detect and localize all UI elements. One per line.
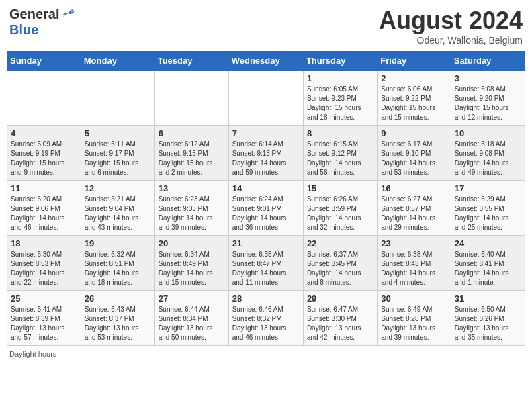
- day-number: 24: [455, 238, 521, 248]
- logo-general-text: General: [9, 7, 59, 22]
- day-number: 21: [232, 238, 300, 248]
- day-info: Sunrise: 6:29 AM Sunset: 8:55 PM Dayligh…: [455, 195, 521, 232]
- day-number: 26: [85, 293, 151, 304]
- day-info: Sunrise: 6:09 AM Sunset: 9:19 PM Dayligh…: [11, 140, 77, 177]
- day-number: 13: [159, 183, 225, 193]
- calendar-cell: 16Sunrise: 6:27 AM Sunset: 8:57 PM Dayli…: [378, 181, 451, 236]
- calendar-cell: 27Sunrise: 6:44 AM Sunset: 8:34 PM Dayli…: [154, 291, 228, 346]
- logo-bird-icon: [60, 7, 75, 22]
- header: General Blue August 2024 Odeur, Wallonia…: [7, 7, 525, 46]
- calendar-cell: 7Sunrise: 6:14 AM Sunset: 9:13 PM Daylig…: [228, 126, 303, 181]
- day-info: Sunrise: 6:17 AM Sunset: 9:10 PM Dayligh…: [381, 140, 447, 177]
- calendar-cell: 3Sunrise: 6:08 AM Sunset: 9:20 PM Daylig…: [451, 71, 525, 126]
- day-info: Sunrise: 6:26 AM Sunset: 8:59 PM Dayligh…: [307, 195, 373, 232]
- day-info: Sunrise: 6:47 AM Sunset: 8:30 PM Dayligh…: [307, 305, 373, 342]
- calendar-cell: [81, 71, 154, 126]
- day-number: 12: [85, 183, 151, 193]
- calendar-week-4: 18Sunrise: 6:30 AM Sunset: 8:53 PM Dayli…: [7, 236, 525, 291]
- day-info: Sunrise: 6:14 AM Sunset: 9:13 PM Dayligh…: [232, 140, 300, 177]
- calendar-cell: 13Sunrise: 6:23 AM Sunset: 9:03 PM Dayli…: [154, 181, 228, 236]
- day-info: Sunrise: 6:40 AM Sunset: 8:41 PM Dayligh…: [455, 250, 521, 287]
- calendar-cell: 28Sunrise: 6:46 AM Sunset: 8:32 PM Dayli…: [228, 291, 303, 346]
- day-info: Sunrise: 6:38 AM Sunset: 8:43 PM Dayligh…: [381, 250, 447, 287]
- calendar-cell: 2Sunrise: 6:06 AM Sunset: 9:22 PM Daylig…: [378, 71, 451, 126]
- day-header-thursday: Thursday: [303, 52, 377, 71]
- day-info: Sunrise: 6:35 AM Sunset: 8:47 PM Dayligh…: [232, 250, 300, 287]
- logo-blue-text: Blue: [9, 22, 38, 37]
- day-number: 4: [11, 128, 77, 138]
- footer-note: Daylight hours: [7, 350, 525, 358]
- day-number: 7: [232, 128, 300, 138]
- calendar-cell: 1Sunrise: 6:05 AM Sunset: 9:23 PM Daylig…: [303, 71, 377, 126]
- day-info: Sunrise: 6:46 AM Sunset: 8:32 PM Dayligh…: [232, 305, 300, 342]
- calendar-cell: 9Sunrise: 6:17 AM Sunset: 9:10 PM Daylig…: [378, 126, 451, 181]
- day-info: Sunrise: 6:21 AM Sunset: 9:04 PM Dayligh…: [85, 195, 151, 232]
- day-number: 20: [159, 238, 225, 248]
- title-area: August 2024 Odeur, Wallonia, Belgium: [379, 7, 523, 46]
- calendar-cell: [7, 71, 81, 126]
- day-info: Sunrise: 6:11 AM Sunset: 9:17 PM Dayligh…: [85, 140, 151, 177]
- day-number: 22: [307, 238, 373, 248]
- calendar-cell: 26Sunrise: 6:43 AM Sunset: 8:37 PM Dayli…: [81, 291, 154, 346]
- day-info: Sunrise: 6:18 AM Sunset: 9:08 PM Dayligh…: [455, 140, 521, 177]
- day-info: Sunrise: 6:43 AM Sunset: 8:37 PM Dayligh…: [85, 305, 151, 342]
- calendar-cell: [228, 71, 303, 126]
- day-header-sunday: Sunday: [7, 52, 81, 71]
- day-number: 28: [232, 293, 300, 304]
- day-number: 31: [455, 293, 521, 304]
- day-header-monday: Monday: [81, 52, 154, 71]
- logo: General Blue: [9, 7, 75, 38]
- day-number: 3: [455, 73, 521, 83]
- calendar-cell: 14Sunrise: 6:24 AM Sunset: 9:01 PM Dayli…: [228, 181, 303, 236]
- day-info: Sunrise: 6:41 AM Sunset: 8:39 PM Dayligh…: [11, 305, 77, 342]
- calendar-cell: 23Sunrise: 6:38 AM Sunset: 8:43 PM Dayli…: [378, 236, 451, 291]
- calendar-cell: 17Sunrise: 6:29 AM Sunset: 8:55 PM Dayli…: [451, 181, 525, 236]
- day-number: 9: [381, 128, 447, 138]
- calendar-week-2: 4Sunrise: 6:09 AM Sunset: 9:19 PM Daylig…: [7, 126, 525, 181]
- location-title: Odeur, Wallonia, Belgium: [379, 35, 523, 46]
- daylight-note: Daylight hours: [9, 350, 56, 358]
- calendar-cell: 15Sunrise: 6:26 AM Sunset: 8:59 PM Dayli…: [303, 181, 377, 236]
- day-info: Sunrise: 6:50 AM Sunset: 8:26 PM Dayligh…: [455, 305, 521, 342]
- day-header-wednesday: Wednesday: [228, 52, 303, 71]
- day-number: 19: [85, 238, 151, 248]
- day-info: Sunrise: 6:08 AM Sunset: 9:20 PM Dayligh…: [455, 85, 521, 122]
- day-info: Sunrise: 6:49 AM Sunset: 8:28 PM Dayligh…: [381, 305, 447, 342]
- calendar-cell: [154, 71, 228, 126]
- day-header-friday: Friday: [378, 52, 451, 71]
- calendar-cell: 31Sunrise: 6:50 AM Sunset: 8:26 PM Dayli…: [451, 291, 525, 346]
- day-number: 1: [307, 73, 373, 83]
- day-number: 5: [85, 128, 151, 138]
- day-info: Sunrise: 6:12 AM Sunset: 9:15 PM Dayligh…: [159, 140, 225, 177]
- calendar-cell: 20Sunrise: 6:34 AM Sunset: 8:49 PM Dayli…: [154, 236, 228, 291]
- day-number: 30: [381, 293, 447, 304]
- day-number: 2: [381, 73, 447, 83]
- calendar-cell: 19Sunrise: 6:32 AM Sunset: 8:51 PM Dayli…: [81, 236, 154, 291]
- day-number: 17: [455, 183, 521, 193]
- day-info: Sunrise: 6:34 AM Sunset: 8:49 PM Dayligh…: [159, 250, 225, 287]
- day-header-saturday: Saturday: [451, 52, 525, 71]
- day-header-tuesday: Tuesday: [154, 52, 228, 71]
- day-number: 18: [11, 238, 77, 248]
- day-info: Sunrise: 6:44 AM Sunset: 8:34 PM Dayligh…: [159, 305, 225, 342]
- calendar-week-5: 25Sunrise: 6:41 AM Sunset: 8:39 PM Dayli…: [7, 291, 525, 346]
- calendar-cell: 10Sunrise: 6:18 AM Sunset: 9:08 PM Dayli…: [451, 126, 525, 181]
- day-number: 29: [307, 293, 373, 304]
- calendar-cell: 24Sunrise: 6:40 AM Sunset: 8:41 PM Dayli…: [451, 236, 525, 291]
- calendar-week-3: 11Sunrise: 6:20 AM Sunset: 9:06 PM Dayli…: [7, 181, 525, 236]
- calendar-header-row: SundayMondayTuesdayWednesdayThursdayFrid…: [7, 52, 525, 71]
- day-number: 16: [381, 183, 447, 193]
- calendar-cell: 18Sunrise: 6:30 AM Sunset: 8:53 PM Dayli…: [7, 236, 81, 291]
- calendar-cell: 30Sunrise: 6:49 AM Sunset: 8:28 PM Dayli…: [378, 291, 451, 346]
- day-number: 10: [455, 128, 521, 138]
- day-info: Sunrise: 6:06 AM Sunset: 9:22 PM Dayligh…: [381, 85, 447, 122]
- calendar-cell: 25Sunrise: 6:41 AM Sunset: 8:39 PM Dayli…: [7, 291, 81, 346]
- day-number: 15: [307, 183, 373, 193]
- day-info: Sunrise: 6:05 AM Sunset: 9:23 PM Dayligh…: [307, 85, 373, 122]
- calendar-cell: 4Sunrise: 6:09 AM Sunset: 9:19 PM Daylig…: [7, 126, 81, 181]
- day-number: 11: [11, 183, 77, 193]
- calendar-table: SundayMondayTuesdayWednesdayThursdayFrid…: [7, 51, 525, 346]
- day-number: 23: [381, 238, 447, 248]
- day-info: Sunrise: 6:24 AM Sunset: 9:01 PM Dayligh…: [232, 195, 300, 232]
- calendar-cell: 29Sunrise: 6:47 AM Sunset: 8:30 PM Dayli…: [303, 291, 377, 346]
